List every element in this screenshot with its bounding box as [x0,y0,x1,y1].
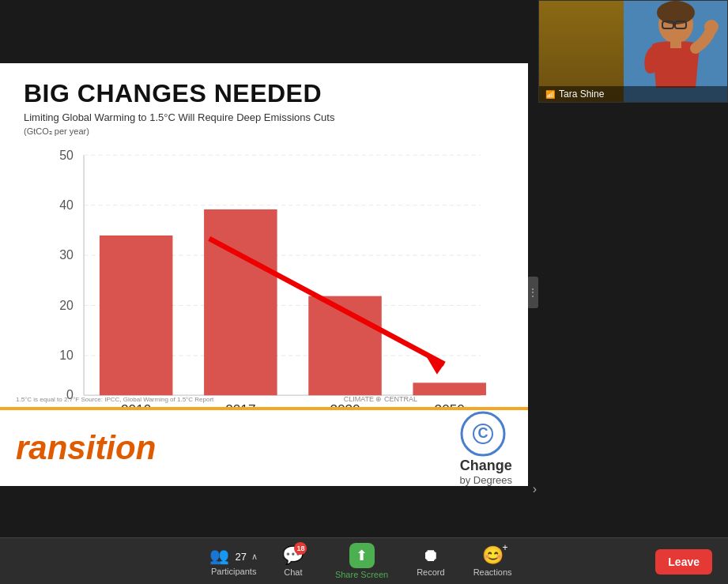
participants-label: Participants [211,567,256,576]
participants-count: 27 [235,551,246,563]
person-silhouette [597,1,723,100]
bar-2010 [100,235,173,395]
slide-unit: (GtCO₂ per year) [24,126,504,137]
chat-button[interactable]: 💬 18 Chat [266,541,321,582]
svg-text:20: 20 [59,299,74,312]
bar-2017 [204,209,277,395]
logo-text: Change [460,458,512,474]
bar-2050 [413,382,486,395]
share-screen-label: Share Screen [335,570,388,579]
reactions-button[interactable]: 😊 + Reactions [459,541,526,582]
participant-name: Tara Shine [559,89,604,100]
svg-text:10: 10 [59,349,74,362]
slide-bottom: ransition C Change by Degrees [0,407,528,486]
record-label: Record [417,567,444,577]
logo-subtext: by Degrees [460,474,512,486]
emissions-chart: 50 40 30 20 10 0 2010 2017 2030 [32,145,512,427]
change-by-degrees-logo: C [459,410,507,458]
leave-button[interactable]: Leave [655,549,712,575]
chat-label: Chat [284,567,302,577]
svg-rect-26 [670,40,681,48]
climate-central-label: CLIMATE ⊕ CENTRAL [344,395,417,403]
slide-inner: BIG CHANGES NEEDED Limiting Global Warmi… [0,63,528,486]
participant-video: 📶 Tara Shine [538,0,728,103]
signal-icon: 📶 [545,90,555,99]
svg-text:50: 50 [59,149,74,162]
record-icon: ⏺ [422,545,439,566]
transition-text: ransition [16,429,156,467]
main-area: BIG CHANGES NEEDED Limiting Global Warmi… [0,0,728,537]
slide-title: BIG CHANGES NEEDED [24,79,504,108]
record-button[interactable]: ⏺ Record [402,541,458,582]
expand-icon[interactable]: › [533,482,537,496]
svg-text:C: C [477,425,488,441]
arrow-down-icon [424,352,444,375]
svg-text:30: 30 [59,248,74,262]
slide-source: 1.5°C is equal to 2.7°F Source: IPCC, Gl… [16,396,213,403]
chat-icon: 💬 18 [282,545,304,566]
reactions-icon: 😊 + [482,545,504,566]
participants-icon: 👥 [209,546,229,565]
svg-text:40: 40 [59,198,74,212]
toolbar: 👥 27 ∧ Participants 💬 18 Chat ⬆ Share Sc… [0,537,728,584]
participants-button[interactable]: 👥 27 ∧ Participants [202,541,265,581]
share-screen-icon: ⬆ [349,543,375,568]
slide-chart-area: BIG CHANGES NEEDED Limiting Global Warmi… [0,63,528,443]
resize-handle[interactable]: ⋮ [527,277,538,308]
participant-name-bar: 📶 Tara Shine [539,86,727,102]
logo-area: C Change by Degrees [454,410,512,486]
slide-subtitle: Limiting Global Warming to 1.5°C Will Re… [24,111,504,123]
share-screen-button[interactable]: ⬆ Share Screen [321,538,402,584]
slide-container: BIG CHANGES NEEDED Limiting Global Warmi… [0,63,528,486]
chevron-up-icon[interactable]: ∧ [251,552,258,562]
reactions-label: Reactions [473,567,512,577]
chat-badge: 18 [294,542,307,555]
svg-point-27 [704,20,719,34]
